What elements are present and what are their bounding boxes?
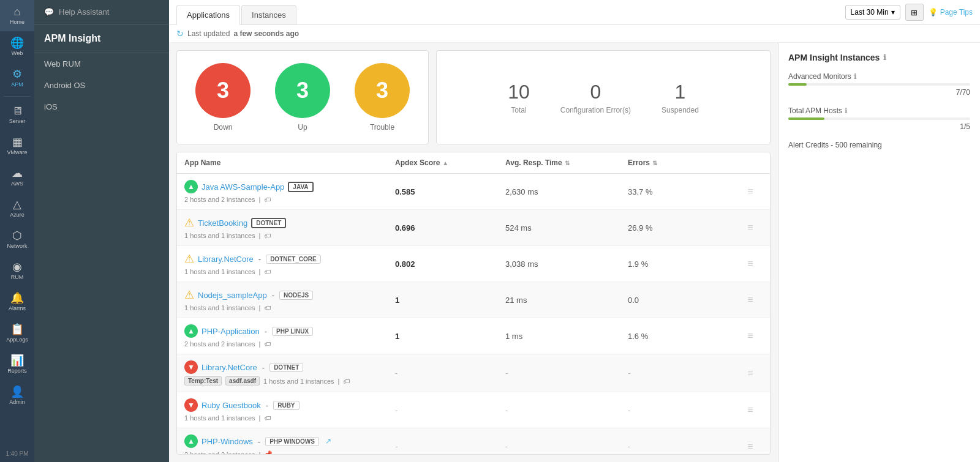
- resp-value: -: [505, 406, 628, 415]
- external-link-icon: ↗: [325, 437, 331, 445]
- errors-sort-icon: ⇅: [652, 160, 657, 166]
- web-rum-item[interactable]: Web RUM: [34, 53, 169, 75]
- ios-item[interactable]: iOS: [34, 96, 169, 117]
- app-link-ruby[interactable]: Ruby Guestbook: [202, 401, 261, 410]
- sidebar-item-apm[interactable]: ⚙ APM: [0, 62, 34, 94]
- tab-instances[interactable]: Instances: [241, 5, 296, 24]
- main-area: Applications Instances Last 30 Min ▾ ⊞ 💡…: [169, 0, 980, 462]
- grid-toggle-button[interactable]: ⊞: [905, 4, 924, 21]
- sidebar-label-network: Network: [7, 243, 27, 249]
- sidebar-label-home: Home: [10, 19, 24, 25]
- advanced-monitors-metric: Advanced Monitors ℹ 7/70: [788, 72, 970, 97]
- tab-applications[interactable]: Applications: [176, 5, 240, 25]
- status-down: 3 Down: [195, 63, 251, 132]
- app-link-ticketbooking[interactable]: TicketBooking: [198, 218, 247, 228]
- tabs-toolbar-row: Applications Instances Last 30 Min ▾ ⊞ 💡…: [169, 0, 980, 25]
- page-tips-button[interactable]: 💡 Page Tips: [929, 8, 973, 17]
- error-value: 26.9 %: [628, 223, 738, 233]
- sidebar-item-admin[interactable]: 👤 Admin: [0, 380, 34, 411]
- app-name-cell: ⚠ Nodejs_sampleApp - NODEJS 1 hosts and …: [184, 288, 395, 311]
- apdex-value: 0.696: [395, 223, 505, 233]
- row-menu-button[interactable]: ≡: [738, 258, 763, 269]
- row-menu-button[interactable]: ≡: [738, 404, 763, 415]
- count-suspended: 1 Suspended: [662, 81, 699, 114]
- sidebar-item-azure[interactable]: △ Azure: [0, 193, 34, 224]
- warning-icon: ⚠: [184, 288, 194, 302]
- time-range-selector[interactable]: Last 30 Min ▾: [845, 5, 900, 20]
- row-menu-button[interactable]: ≡: [738, 186, 763, 197]
- metric-bar-bg: [788, 83, 970, 86]
- sidebar-item-alarms[interactable]: 🔔 Alarms: [0, 286, 34, 318]
- sidebar-label-azure: Azure: [10, 212, 24, 218]
- sidebar-label-aws: AWS: [11, 181, 23, 187]
- error-value: 33.7 %: [628, 187, 738, 196]
- app-meta: 1 hosts and 1 instances | 🏷: [184, 414, 395, 422]
- app-meta: 2 hosts and 2 instances | 📌: [184, 450, 395, 455]
- sidebar-item-vmware[interactable]: ▦ VMware: [0, 130, 34, 162]
- tag-nodejs: NODEJS: [279, 291, 313, 300]
- resp-value: 21 ms: [505, 296, 628, 305]
- aws-icon: ☁: [12, 168, 23, 179]
- tag-java: JAVA: [288, 182, 313, 192]
- status-up-arrow: ▲: [184, 324, 198, 338]
- header-apdex[interactable]: Apdex Score ▲: [395, 158, 505, 167]
- header-errors[interactable]: Errors ⇅: [628, 158, 738, 167]
- metric-bar-fill-hosts: [788, 117, 824, 120]
- trouble-circle: 3: [355, 63, 410, 118]
- app-name-row: ▼ Library.NetCore - DOTNET: [184, 360, 395, 374]
- admin-icon: 👤: [10, 386, 24, 397]
- resp-value: -: [505, 368, 628, 378]
- help-assistant: 💬 Help Assistant: [34, 0, 169, 24]
- sidebar-item-web[interactable]: 🌐 Web: [0, 31, 34, 62]
- app-name-row: ⚠ Nodejs_sampleApp - NODEJS: [184, 288, 395, 302]
- sidebar-label-admin: Admin: [9, 399, 25, 405]
- sidebar-item-home[interactable]: ⌂ Home: [0, 0, 34, 31]
- row-menu-button[interactable]: ≡: [738, 222, 763, 233]
- tag-icon: 🏷: [264, 304, 271, 311]
- app-link-php-windows[interactable]: PHP-Windows: [202, 437, 253, 446]
- tag-ruby: RUBY: [273, 401, 299, 410]
- extra-tag-asdf: asdf.asdf: [225, 376, 260, 386]
- alert-credits: Alert Credits - 500 remaining: [788, 141, 970, 149]
- sidebar-item-network[interactable]: ⬡ Network: [0, 224, 34, 255]
- app-name-cell: ▲ PHP-Application - PHP LINUX 2 hosts an…: [184, 324, 395, 348]
- reports-icon: 📊: [10, 355, 24, 366]
- sidebar-item-reports[interactable]: 📊 Reports: [0, 349, 34, 380]
- table-row: ⚠ TicketBooking DOTNET 1 hosts and 1 ins…: [177, 210, 770, 246]
- tag-php-linux: PHP LINUX: [272, 327, 313, 336]
- sidebar-label-applogs: AppLogs: [6, 337, 28, 343]
- right-panel: APM Insight Instances ℹ Advanced Monitor…: [778, 43, 980, 462]
- app-name-row: ▲ PHP-Application - PHP LINUX: [184, 324, 395, 338]
- info-icon: ℹ: [883, 53, 886, 62]
- tag-icon: 🏷: [264, 414, 271, 422]
- tag-dotnet-2: DOTNET: [270, 363, 303, 372]
- app-link-java-aws[interactable]: Java AWS-Sample-App: [202, 182, 284, 192]
- sidebar-item-applogs[interactable]: 📋 AppLogs: [0, 318, 34, 349]
- sidebar-item-rum[interactable]: ◉ RUM: [0, 255, 34, 286]
- app-name-row: ▲ Java AWS-Sample-App JAVA: [184, 180, 395, 193]
- row-menu-button[interactable]: ≡: [738, 294, 763, 305]
- app-link-nodejs[interactable]: Nodejs_sampleApp: [198, 291, 267, 300]
- table-header: App Name Apdex Score ▲ Avg. Resp. Time ⇅…: [177, 152, 770, 174]
- row-menu-button[interactable]: ≡: [738, 330, 763, 341]
- sidebar-item-server[interactable]: 🖥 Server: [0, 99, 34, 130]
- resp-value: 3,038 ms: [505, 259, 628, 269]
- bookmark-icon: |: [259, 196, 261, 203]
- app-link-php-app[interactable]: PHP-Application: [202, 327, 260, 336]
- app-name-row: ⚠ TicketBooking DOTNET: [184, 216, 395, 229]
- status-counts-panel: 10 Total 0 Configuration Error(s) 1 Susp…: [436, 50, 771, 144]
- app-link-library-netcore-1[interactable]: Library.NetCore: [198, 255, 254, 264]
- row-menu-button[interactable]: ≡: [738, 368, 763, 379]
- tag-dotnet: DOTNET: [251, 218, 286, 228]
- info-icon-hosts: ℹ: [845, 106, 848, 115]
- status-up-arrow: ▲: [184, 180, 198, 193]
- refresh-icon[interactable]: ↻: [176, 29, 184, 39]
- android-os-item[interactable]: Android OS: [34, 75, 169, 96]
- sidebar-item-aws[interactable]: ☁ AWS: [0, 162, 34, 193]
- row-menu-button[interactable]: ≡: [738, 441, 763, 452]
- header-resp-time[interactable]: Avg. Resp. Time ⇅: [505, 158, 628, 167]
- app-meta: 1 hosts and 1 instances | 🏷: [184, 232, 395, 239]
- rum-icon: ◉: [12, 261, 22, 272]
- app-link-library-netcore-2[interactable]: Library.NetCore: [202, 363, 257, 372]
- status-up-arrow: ▲: [184, 434, 198, 448]
